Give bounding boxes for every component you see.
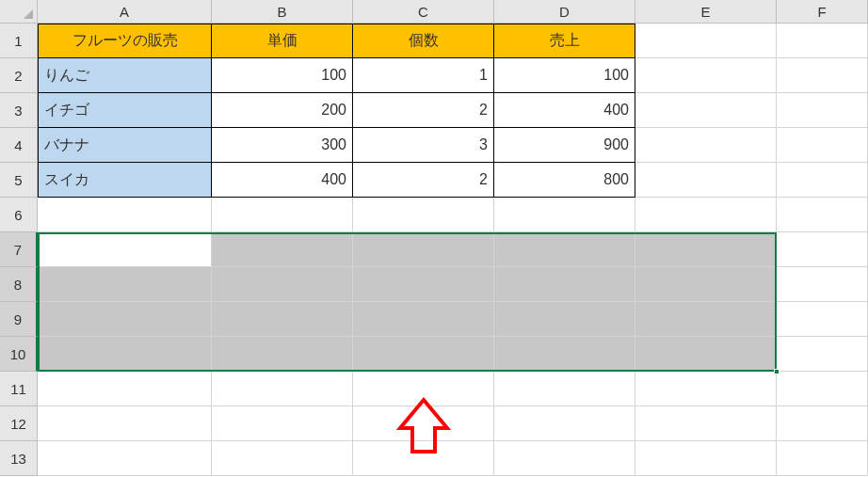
row-header-10[interactable]: 10: [0, 337, 38, 372]
row-header-6[interactable]: 6: [0, 198, 38, 232]
row-header-9[interactable]: 9: [0, 302, 38, 337]
cell-B4[interactable]: 300: [212, 128, 353, 163]
fill-handle[interactable]: [774, 369, 780, 374]
cell-A4[interactable]: バナナ: [38, 128, 212, 163]
cell-C7[interactable]: [353, 232, 494, 267]
cell-C8[interactable]: [353, 267, 494, 302]
cell-B1[interactable]: 単価: [212, 24, 353, 58]
col-header-C[interactable]: C: [353, 0, 494, 24]
row-header-12[interactable]: 12: [0, 406, 38, 441]
row-header-3[interactable]: 3: [0, 93, 38, 128]
cell-E11[interactable]: [635, 372, 777, 406]
cell-D9[interactable]: [494, 302, 635, 337]
cell-A6[interactable]: [38, 198, 212, 232]
cell-B13[interactable]: [212, 441, 353, 476]
cell-B5[interactable]: 400: [212, 163, 353, 198]
cell-D13[interactable]: [494, 441, 635, 476]
cell-A3[interactable]: イチゴ: [38, 93, 212, 128]
cell-B2[interactable]: 100: [212, 58, 353, 93]
cell-F13[interactable]: [777, 441, 868, 476]
cell-C1[interactable]: 個数: [353, 24, 494, 58]
cell-A10[interactable]: [38, 337, 212, 372]
cell-F4[interactable]: [777, 128, 868, 163]
cell-E1[interactable]: [635, 24, 777, 58]
cell-C10[interactable]: [353, 337, 494, 372]
cell-A5[interactable]: スイカ: [38, 163, 212, 198]
cell-E4[interactable]: [635, 128, 777, 163]
cell-B9[interactable]: [212, 302, 353, 337]
cell-D5[interactable]: 800: [494, 163, 635, 198]
row-header-8[interactable]: 8: [0, 267, 38, 302]
cell-F10[interactable]: [777, 337, 868, 372]
cell-A1[interactable]: フルーツの販売: [38, 24, 212, 58]
cell-A11[interactable]: [38, 372, 212, 406]
col-header-D[interactable]: D: [494, 0, 635, 24]
cell-A8[interactable]: [38, 267, 212, 302]
cell-B12[interactable]: [212, 406, 353, 441]
row-header-11[interactable]: 11: [0, 372, 38, 406]
cell-D7[interactable]: [494, 232, 635, 267]
cell-B7[interactable]: [212, 232, 353, 267]
cell-D10[interactable]: [494, 337, 635, 372]
cell-C9[interactable]: [353, 302, 494, 337]
cell-E9[interactable]: [635, 302, 777, 337]
cell-D12[interactable]: [494, 406, 635, 441]
cell-D8[interactable]: [494, 267, 635, 302]
cell-A2[interactable]: りんご: [38, 58, 212, 93]
cell-B11[interactable]: [212, 372, 353, 406]
cell-E2[interactable]: [635, 58, 777, 93]
col-header-B[interactable]: B: [212, 0, 353, 24]
cell-E8[interactable]: [635, 267, 777, 302]
select-all-corner[interactable]: [0, 0, 38, 24]
cell-A12[interactable]: [38, 406, 212, 441]
cell-C2[interactable]: 1: [353, 58, 494, 93]
cell-F2[interactable]: [777, 58, 868, 93]
col-header-E[interactable]: E: [635, 0, 777, 24]
row-header-2[interactable]: 2: [0, 58, 38, 93]
cell-D2[interactable]: 100: [494, 58, 635, 93]
cell-E5[interactable]: [635, 163, 777, 198]
cell-D11[interactable]: [494, 372, 635, 406]
cell-F11[interactable]: [777, 372, 868, 406]
cell-C3[interactable]: 2: [353, 93, 494, 128]
cell-C4[interactable]: 3: [353, 128, 494, 163]
cell-F9[interactable]: [777, 302, 868, 337]
cell-F7[interactable]: [777, 232, 868, 267]
row-header-13[interactable]: 13: [0, 441, 38, 476]
cell-F5[interactable]: [777, 163, 868, 198]
cell-C5[interactable]: 2: [353, 163, 494, 198]
cell-B3[interactable]: 200: [212, 93, 353, 128]
cell-B10[interactable]: [212, 337, 353, 372]
row-header-7[interactable]: 7: [0, 232, 38, 267]
cell-D4[interactable]: 900: [494, 128, 635, 163]
cell-A9[interactable]: [38, 302, 212, 337]
col-header-A[interactable]: A: [38, 0, 212, 24]
cell-C6[interactable]: [353, 198, 494, 232]
row-header-1[interactable]: 1: [0, 24, 38, 58]
col-header-F[interactable]: F: [777, 0, 868, 24]
cell-B6[interactable]: [212, 198, 353, 232]
cell-D6[interactable]: [494, 198, 635, 232]
cell-D3[interactable]: 400: [494, 93, 635, 128]
cell-D1[interactable]: 売上: [494, 24, 635, 58]
cell-E3[interactable]: [635, 93, 777, 128]
cell-E10[interactable]: [635, 337, 777, 372]
cell-B8[interactable]: [212, 267, 353, 302]
cell-A13[interactable]: [38, 441, 212, 476]
cell-F1[interactable]: [777, 24, 868, 58]
row-header-4[interactable]: 4: [0, 128, 38, 163]
annotation-up-arrow-icon: [395, 395, 452, 461]
cell-F8[interactable]: [777, 267, 868, 302]
cell-F3[interactable]: [777, 93, 868, 128]
cell-E7[interactable]: [635, 232, 777, 267]
row-header-5[interactable]: 5: [0, 163, 38, 198]
cell-E6[interactable]: [635, 198, 777, 232]
cell-E12[interactable]: [635, 406, 777, 441]
cell-F6[interactable]: [777, 198, 868, 232]
cell-E13[interactable]: [635, 441, 777, 476]
cell-F12[interactable]: [777, 406, 868, 441]
cell-A7[interactable]: [38, 232, 212, 267]
